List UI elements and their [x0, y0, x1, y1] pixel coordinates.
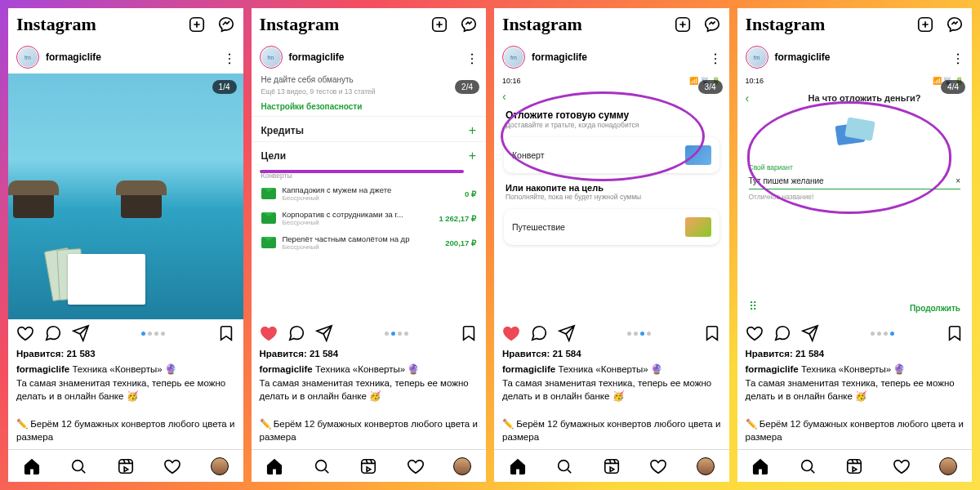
- nav-reels-icon[interactable]: [359, 457, 377, 475]
- envelope-icon: [261, 188, 276, 199]
- likes-count[interactable]: Нравится: 21 583: [16, 347, 235, 361]
- new-post-icon[interactable]: [674, 16, 692, 33]
- post-media[interactable]: 3/4 10:16📶 📡 🔋 ‹ Отложите готовую сумму …: [494, 74, 729, 319]
- like-icon[interactable]: [502, 324, 520, 342]
- svg-point-10: [801, 460, 812, 470]
- input-hint: Отличное название!: [737, 191, 973, 203]
- travel-card[interactable]: Путешествие: [504, 209, 719, 245]
- likes-count[interactable]: Нравится: 21 584: [502, 347, 721, 361]
- save-icon[interactable]: [946, 324, 964, 342]
- nav-home-icon[interactable]: [751, 457, 769, 475]
- profile-avatar[interactable]: fm: [16, 46, 39, 69]
- post-media[interactable]: 2/4 Не дайте себя обмануть Ещё 13 видео,…: [252, 74, 487, 319]
- nav-profile-avatar[interactable]: [939, 457, 957, 475]
- post-username[interactable]: formagiclife: [289, 51, 461, 63]
- post-menu-icon[interactable]: ⋯: [221, 51, 237, 63]
- post-username[interactable]: formagiclife: [775, 51, 947, 63]
- messenger-icon[interactable]: [460, 16, 478, 33]
- nav-profile-avatar[interactable]: [697, 457, 715, 475]
- svg-point-1: [73, 460, 83, 470]
- post-menu-icon[interactable]: ⋯: [951, 51, 966, 63]
- back-chevron-icon[interactable]: ‹: [737, 90, 758, 106]
- save-icon[interactable]: [217, 324, 235, 342]
- back-chevron-icon[interactable]: ‹: [494, 88, 729, 105]
- instagram-logo[interactable]: Instagram: [746, 14, 826, 35]
- status-time: 10:16: [502, 77, 521, 85]
- nav-reels-icon[interactable]: [117, 457, 135, 475]
- phone-frame-3: Instagram fm formagiclife ⋯ 3/4 10:16📶 📡…: [494, 8, 729, 482]
- nav-activity-icon[interactable]: [407, 457, 425, 475]
- save-icon[interactable]: [460, 324, 478, 342]
- app-heading: Не дайте себя обмануть: [252, 74, 487, 86]
- comment-icon[interactable]: [44, 324, 62, 342]
- instagram-logo[interactable]: Instagram: [502, 14, 582, 35]
- post-menu-icon[interactable]: ⋯: [707, 51, 723, 63]
- nav-profile-avatar[interactable]: [211, 457, 229, 475]
- carousel-counter: 1/4: [212, 80, 237, 94]
- post-username[interactable]: formagiclife: [46, 51, 217, 63]
- like-icon[interactable]: [260, 324, 278, 342]
- envelope-card[interactable]: Конверт: [504, 137, 719, 173]
- messenger-icon[interactable]: [703, 16, 721, 33]
- share-icon[interactable]: [72, 324, 90, 342]
- nav-home-icon[interactable]: [23, 457, 41, 475]
- nav-search-icon[interactable]: [799, 457, 817, 475]
- nav-activity-icon[interactable]: [649, 457, 667, 475]
- envelope-icon: [261, 212, 276, 224]
- likes-count[interactable]: Нравится: 21 584: [746, 347, 964, 361]
- plus-icon[interactable]: +: [469, 149, 476, 163]
- app-subtitle-2: Пополняйте, пока не будет нужной суммы: [494, 193, 729, 204]
- app-security-link[interactable]: Настройки безопасности: [252, 97, 487, 116]
- likes-count[interactable]: Нравится: 21 584: [260, 347, 479, 361]
- share-icon[interactable]: [558, 324, 576, 342]
- post-menu-icon[interactable]: ⋯: [465, 51, 480, 63]
- nav-activity-icon[interactable]: [163, 457, 181, 475]
- nav-reels-icon[interactable]: [603, 457, 621, 475]
- post-caption: Нравится: 21 583 formagiclife Техника «К…: [8, 347, 243, 449]
- envelope-icon: [261, 237, 276, 248]
- grid-icon[interactable]: ⠿: [749, 300, 757, 313]
- comment-icon[interactable]: [287, 324, 305, 342]
- nav-reels-icon[interactable]: [845, 457, 863, 475]
- nav-home-icon[interactable]: [265, 457, 283, 475]
- new-post-icon[interactable]: [916, 16, 934, 33]
- profile-avatar[interactable]: fm: [746, 46, 768, 69]
- save-icon[interactable]: [703, 324, 721, 342]
- nav-activity-icon[interactable]: [893, 457, 911, 475]
- phone-frame-2: Instagram fm formagiclife ⋯ 2/4 Не дайте…: [252, 8, 487, 482]
- messenger-icon[interactable]: [217, 16, 235, 33]
- carousel-counter: 3/4: [698, 80, 723, 94]
- profile-avatar[interactable]: fm: [502, 46, 525, 69]
- nav-search-icon[interactable]: [555, 457, 573, 475]
- app-section-goals[interactable]: Цели+: [252, 141, 487, 167]
- messenger-icon[interactable]: [946, 16, 964, 33]
- like-icon[interactable]: [16, 324, 34, 342]
- goal-item[interactable]: Перелёт частным самолётом на дрБессрочны…: [252, 230, 487, 255]
- post-media[interactable]: 1/4: [8, 74, 243, 319]
- goal-item[interactable]: Каппадокия с мужем на джетеБессрочный0 ₽: [252, 181, 487, 206]
- clear-icon[interactable]: ×: [956, 176, 960, 185]
- like-icon[interactable]: [746, 324, 764, 342]
- post-username[interactable]: formagiclife: [532, 51, 703, 63]
- continue-button[interactable]: Продолжить: [910, 304, 960, 313]
- share-icon[interactable]: [315, 324, 333, 342]
- app-title-2: Или накопите на цель: [494, 178, 729, 193]
- goals-group: Конверты: [252, 167, 487, 181]
- wish-input[interactable]: Тут пишем желание×: [749, 173, 961, 189]
- profile-avatar[interactable]: fm: [260, 46, 283, 69]
- plus-icon[interactable]: +: [469, 123, 476, 138]
- instagram-logo[interactable]: Instagram: [16, 14, 96, 35]
- comment-icon[interactable]: [773, 324, 791, 342]
- nav-search-icon[interactable]: [313, 457, 331, 475]
- comment-icon[interactable]: [530, 324, 548, 342]
- app-section-credits[interactable]: Кредиты+: [252, 116, 487, 141]
- nav-home-icon[interactable]: [509, 457, 527, 475]
- new-post-icon[interactable]: [430, 16, 448, 33]
- instagram-logo[interactable]: Instagram: [260, 14, 340, 35]
- nav-profile-avatar[interactable]: [453, 457, 471, 475]
- new-post-icon[interactable]: [188, 16, 206, 33]
- post-media[interactable]: 4/4 10:16📶 📡 🔋 ‹На что отложить деньги? …: [737, 74, 973, 319]
- goal-item[interactable]: Корпоратив с сотрудниками за г...Бессроч…: [252, 206, 487, 230]
- nav-search-icon[interactable]: [69, 457, 87, 475]
- share-icon[interactable]: [801, 324, 819, 342]
